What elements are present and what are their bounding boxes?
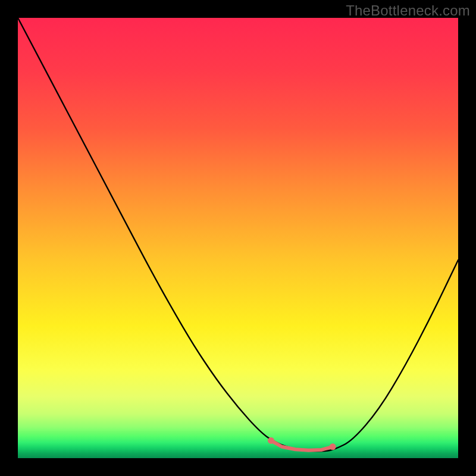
valley-marker-end-dot — [330, 443, 336, 450]
plot-area — [18, 18, 458, 458]
bottleneck-curve — [18, 18, 458, 451]
valley-marker-line — [271, 440, 333, 450]
chart-svg — [18, 18, 458, 458]
chart-frame: TheBottleneck.com — [0, 0, 476, 476]
watermark-label: TheBottleneck.com — [346, 2, 470, 19]
valley-marker-start-dot — [268, 437, 274, 444]
bottleneck-curve-path — [18, 18, 458, 451]
valley-marker — [268, 437, 336, 450]
